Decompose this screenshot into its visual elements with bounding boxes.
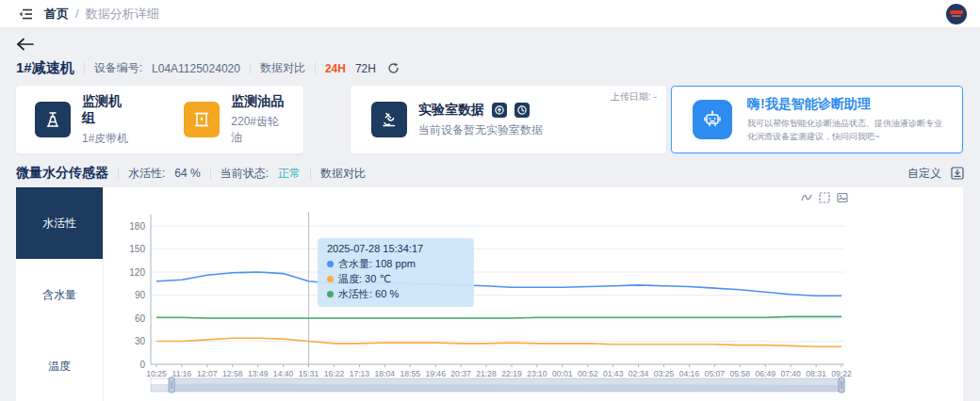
- sensor-panel: 水活性含水量温度 030609012015018010:2511:1612:07…: [16, 187, 964, 401]
- line-sketch-icon[interactable]: [801, 192, 812, 203]
- summary-cards: 监测机组 1#皮带机 监测油品 220#齿轮油 上传日期: -: [16, 86, 964, 153]
- back-button[interactable]: [16, 37, 35, 55]
- y-axis-label: 150: [129, 244, 145, 254]
- x-axis-label: 23:10: [527, 369, 547, 378]
- x-axis-label: 15:31: [299, 369, 319, 378]
- x-axis-label: 05:07: [705, 369, 726, 378]
- history-icon[interactable]: [514, 103, 530, 118]
- status-label: 当前状态:: [220, 166, 269, 182]
- breadcrumb-home[interactable]: 首页: [44, 6, 69, 23]
- custom-button[interactable]: 自定义: [907, 166, 941, 182]
- ai-assistant-card[interactable]: 嗨!我是智能诊断助理 我可以帮你智能化诊断油品状态、提供油液诊断专业 化润滑设备…: [671, 86, 963, 153]
- y-axis-label: 90: [135, 290, 146, 300]
- machine-icon: [35, 102, 71, 137]
- device-header: 1#减速机 设备编号: L04A1125024020 数据对比 24H 72H: [16, 59, 964, 77]
- refresh-icon[interactable]: [387, 62, 400, 74]
- monitor-oil-title: 监测油品: [231, 93, 285, 110]
- monitor-unit-title: 监测机组: [82, 93, 129, 127]
- x-axis-label: 07:40: [780, 369, 801, 378]
- activity-label: 水活性:: [128, 166, 165, 182]
- x-axis-label: 05:58: [730, 369, 751, 378]
- sensor-compare-link[interactable]: 数据对比: [320, 166, 366, 182]
- x-axis-label: 03:25: [654, 369, 675, 378]
- divider: [210, 168, 211, 180]
- ai-description: 我可以帮你智能化诊断油品状态、提供油液诊断专业 化润滑设备监测建议，快问问我吧~: [747, 118, 942, 144]
- x-axis-label: 22:19: [501, 369, 522, 378]
- x-axis-label: 00:01: [552, 369, 573, 378]
- lab-title: 实验室数据: [418, 102, 484, 119]
- oil-barrel-icon: [184, 102, 220, 137]
- divider: [84, 62, 85, 74]
- lab-subtitle: 当前设备暂无实验室数据: [418, 122, 543, 138]
- monitor-unit-group[interactable]: 监测机组 1#皮带机: [35, 93, 129, 147]
- y-axis-label: 60: [135, 313, 146, 324]
- x-axis-label: 04:16: [679, 369, 700, 378]
- device-no-label: 设备编号:: [94, 60, 142, 76]
- activity-value: 64 %: [174, 167, 200, 180]
- y-axis-label: 120: [129, 267, 145, 278]
- y-axis-label: 30: [135, 336, 146, 346]
- device-no-value: L04A1125024020: [152, 62, 240, 75]
- monitor-oil-group[interactable]: 监测油品 220#齿轮油: [184, 93, 285, 146]
- monitor-unit-subtitle: 1#皮带机: [82, 131, 129, 147]
- sensor-tabs: 水活性含水量温度: [16, 187, 104, 401]
- series-line-2: [156, 316, 841, 318]
- divider: [250, 62, 251, 74]
- x-axis-label: 19:46: [425, 369, 446, 378]
- topbar: 首页 / 数据分析详细: [0, 0, 980, 28]
- x-axis-label: 12:07: [197, 369, 218, 378]
- robot-icon: [693, 100, 732, 139]
- range-24h-button[interactable]: 24H: [325, 62, 346, 75]
- sensor-title: 微量水分传感器: [16, 165, 108, 182]
- save-image-icon[interactable]: [837, 192, 848, 203]
- x-axis-label: 06:49: [755, 369, 776, 378]
- x-axis-label: 18:55: [400, 369, 421, 378]
- x-axis-label: 10:25: [146, 369, 167, 378]
- box-select-icon[interactable]: [819, 192, 830, 203]
- x-axis-label: 18:04: [375, 369, 396, 378]
- x-axis-label: 01:43: [603, 369, 624, 378]
- breadcrumb-separator: /: [75, 7, 79, 21]
- sensor-line-chart: 030609012015018010:2511:1612:0712:5813:4…: [104, 187, 963, 401]
- y-axis-label: 0: [139, 360, 145, 370]
- x-axis-label: 14:40: [273, 369, 294, 378]
- status-value: 正常: [278, 166, 301, 182]
- brand-avatar[interactable]: [946, 4, 967, 24]
- breadcrumb-current: 数据分析详细: [86, 6, 159, 23]
- upload-date-label: 上传日期: -: [611, 90, 657, 104]
- lab-data-card: 上传日期: - 实验室数据: [351, 86, 666, 153]
- main-content: 1#减速机 设备编号: L04A1125024020 数据对比 24H 72H …: [0, 35, 980, 401]
- upload-icon[interactable]: [492, 103, 507, 118]
- x-axis-label: 02:34: [629, 369, 649, 378]
- range-72h-button[interactable]: 72H: [355, 62, 376, 75]
- device-title: 1#减速机: [16, 59, 74, 77]
- compare-link[interactable]: 数据对比: [260, 60, 305, 76]
- sensor-header: 微量水分传感器 水活性: 64 % 当前状态: 正常 数据对比 自定义: [16, 162, 964, 184]
- sensor-chart-card: 030609012015018010:2511:1612:0712:5813:4…: [104, 187, 963, 401]
- ai-desc-line2: 化润滑设备监测建议，快问问我吧~: [747, 131, 942, 144]
- sensor-tab[interactable]: 温度: [16, 330, 103, 401]
- chart-toolbox: [801, 192, 848, 203]
- microscope-icon: [371, 102, 407, 137]
- x-axis-label: 13:49: [248, 369, 269, 378]
- ai-title: 嗨!我是智能诊断助理: [747, 96, 942, 113]
- monitor-oil-subtitle: 220#齿轮油: [231, 114, 285, 146]
- monitor-card: 监测机组 1#皮带机 监测油品 220#齿轮油: [16, 86, 303, 153]
- x-axis-label: 12:58: [222, 369, 243, 378]
- x-axis-label: 11:16: [172, 369, 191, 378]
- y-axis-label: 180: [129, 221, 145, 232]
- download-icon[interactable]: [951, 167, 964, 180]
- datazoom-selection[interactable]: [172, 378, 841, 392]
- x-axis-label: 21:28: [476, 369, 497, 378]
- menu-fold-icon[interactable]: [19, 8, 33, 21]
- ai-desc-line1: 我可以帮你智能化诊断油品状态、提供油液诊断专业: [747, 118, 942, 131]
- divider: [315, 62, 316, 74]
- series-line-0: [156, 272, 841, 296]
- sensor-tab[interactable]: 水活性: [16, 187, 103, 259]
- x-axis-label: 17:13: [350, 369, 370, 378]
- sensor-tab[interactable]: 含水量: [16, 259, 103, 330]
- x-axis-label: 16:22: [324, 369, 345, 378]
- x-axis-label: 08:31: [806, 369, 826, 378]
- series-line-1: [156, 338, 841, 346]
- breadcrumb: 首页 / 数据分析详细: [44, 6, 946, 23]
